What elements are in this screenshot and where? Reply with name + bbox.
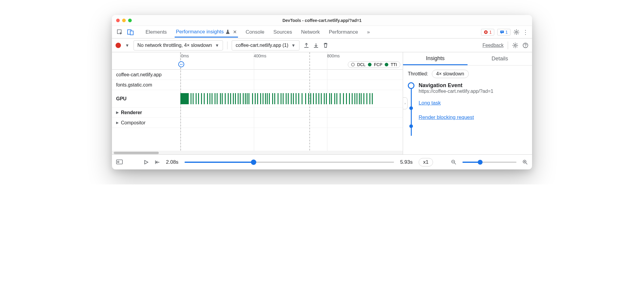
titlebar: DevTools - coffee-cart.netlify.app/?ad=1 [112, 15, 532, 26]
track-label: ▶Renderer [112, 110, 180, 115]
fcp-dot-icon [368, 63, 372, 66]
more-tabs-icon[interactable]: » [366, 27, 371, 38]
track-label: fonts.gstatic.com [112, 82, 180, 88]
track-label: ▶Compositor [112, 120, 180, 126]
error-count: 1 [489, 30, 492, 35]
track-gpu[interactable]: GPU /* bars below generated statically *… [112, 90, 403, 108]
track-network-1[interactable]: coffee-cart.netlify.app [112, 70, 403, 80]
help-icon[interactable] [522, 42, 528, 48]
zoom-in-icon[interactable] [522, 160, 528, 165]
throttled-chip[interactable]: 4× slowdown [432, 70, 469, 78]
svg-point-7 [514, 44, 516, 46]
panel-tabstrip: Elements Performance insights ✕ Console … [112, 26, 532, 38]
track-network-2[interactable]: fonts.gstatic.com [112, 80, 403, 90]
track-renderer[interactable]: ▶Renderer [112, 108, 403, 118]
timeline-pane: 0ms 400ms 800ms ↩ DCL FCP TTI c [112, 52, 403, 154]
close-window-button[interactable] [116, 19, 120, 22]
message-count-badge[interactable]: 1 [497, 29, 510, 35]
dcl-dot-icon [351, 63, 355, 66]
navigation-marker-icon[interactable]: ↩ [178, 61, 184, 67]
speed-chip[interactable]: x1 [419, 158, 433, 166]
zoom-slider[interactable] [462, 162, 516, 163]
import-icon[interactable] [313, 43, 319, 48]
throttling-label: No network throttling, 4× slowdown [137, 43, 212, 48]
device-toolbar-icon[interactable] [125, 27, 136, 38]
record-menu-caret-icon[interactable]: ▼ [125, 43, 129, 48]
insight-long-task[interactable]: Long task [419, 100, 527, 106]
dcl-label: DCL [357, 62, 366, 67]
tab-performance-insights[interactable]: Performance insights ✕ [175, 26, 238, 38]
throttled-label: Throttled: [408, 71, 428, 77]
event-dot-icon [409, 124, 413, 128]
dropdown-caret-icon: ▼ [291, 43, 296, 48]
svg-point-6 [516, 31, 517, 33]
export-icon[interactable] [304, 43, 309, 48]
tab-label: Performance insights [176, 29, 224, 35]
playback-footer: 2.08s 5.93s x1 [112, 154, 532, 169]
message-icon [500, 30, 504, 34]
scrub-end: 5.93s [400, 159, 413, 165]
restart-icon[interactable] [155, 160, 160, 165]
tick-1: 400ms [254, 53, 266, 58]
track-label: coffee-cart.netlify.app [112, 72, 180, 78]
delete-icon[interactable] [323, 43, 328, 48]
svg-rect-5 [501, 32, 503, 32]
tti-label: TTI [391, 62, 397, 67]
nav-event-title: Navigation Event [419, 82, 527, 89]
play-icon[interactable] [144, 160, 149, 165]
horizontal-scrollbar[interactable] [112, 151, 403, 154]
sidebar-tabs: Insights Details [403, 52, 532, 65]
timeline-ruler[interactable]: 0ms 400ms 800ms ↩ DCL FCP TTI [112, 52, 403, 70]
record-button[interactable] [116, 43, 121, 48]
tab-elements[interactable]: Elements [144, 27, 168, 38]
metrics-pill[interactable]: DCL FCP TTI [348, 61, 400, 68]
zoom-out-icon[interactable] [451, 160, 456, 165]
throttling-select[interactable]: No network throttling, 4× slowdown ▼ [134, 40, 223, 50]
insights-content: Throttled: 4× slowdown Navigation Event [403, 65, 532, 154]
tab-performance[interactable]: Performance [328, 27, 359, 38]
screenshot-toggle-icon[interactable] [116, 160, 123, 165]
nav-event-marker-icon [408, 82, 414, 89]
track-compositor[interactable]: ▶Compositor [112, 118, 403, 128]
insights-event-list: Navigation Event https://coffee-cart.net… [408, 82, 527, 130]
more-menu-icon[interactable]: ⋮ [522, 29, 528, 36]
insight-render-blocking[interactable]: Render blocking request [419, 114, 527, 120]
settings-gear-icon[interactable] [513, 29, 519, 35]
tab-insights[interactable]: Insights [403, 52, 468, 65]
error-count-badge[interactable]: 1 [481, 29, 494, 35]
maximize-window-button[interactable] [128, 19, 132, 22]
feedback-link[interactable]: Feedback [483, 43, 504, 48]
panel-settings-icon[interactable] [512, 42, 518, 48]
tti-dot-icon [385, 63, 388, 66]
insights-sidebar: › Insights Details Throttled: 4× slowdow… [403, 52, 532, 154]
disclosure-icon[interactable]: ▶ [116, 111, 119, 114]
flask-icon [226, 29, 230, 34]
fcp-label: FCP [374, 62, 382, 67]
tab-console[interactable]: Console [245, 27, 266, 38]
nav-event-url: https://coffee-cart.netlify.app/?ad=1 [419, 89, 527, 94]
minimize-window-button[interactable] [122, 19, 126, 22]
inspect-element-icon[interactable] [114, 27, 125, 38]
tab-network[interactable]: Network [300, 27, 321, 38]
divider [508, 41, 508, 49]
insights-body: 0ms 400ms 800ms ↩ DCL FCP TTI c [112, 52, 532, 154]
window-title: DevTools - coffee-cart.netlify.app/?ad=1 [136, 18, 532, 23]
insights-toolbar: ▼ No network throttling, 4× slowdown ▼ c… [112, 38, 532, 52]
timeline-tracks[interactable]: coffee-cart.netlify.app fonts.gstatic.co… [112, 70, 403, 151]
scrub-start: 2.08s [166, 159, 179, 165]
divider [227, 41, 227, 49]
disclosure-icon[interactable]: ▶ [116, 121, 119, 125]
tab-details[interactable]: Details [468, 52, 532, 65]
tick-0: 0ms [181, 53, 189, 58]
scrub-slider[interactable] [185, 162, 394, 163]
tab-sources[interactable]: Sources [272, 27, 293, 38]
recording-select[interactable]: coffee-cart.netlify.app (1) ▼ [232, 40, 299, 50]
gpu-activity: /* bars below generated statically */ [180, 93, 403, 104]
close-tab-icon[interactable]: ✕ [233, 29, 237, 35]
collapse-sidebar-icon[interactable]: › [403, 97, 408, 109]
dropdown-caret-icon: ▼ [215, 43, 219, 48]
recording-label: coffee-cart.netlify.app (1) [236, 43, 288, 48]
devtools-window: DevTools - coffee-cart.netlify.app/?ad=1… [112, 15, 532, 169]
traffic-lights [112, 19, 136, 22]
tick-2: 800ms [327, 53, 340, 58]
